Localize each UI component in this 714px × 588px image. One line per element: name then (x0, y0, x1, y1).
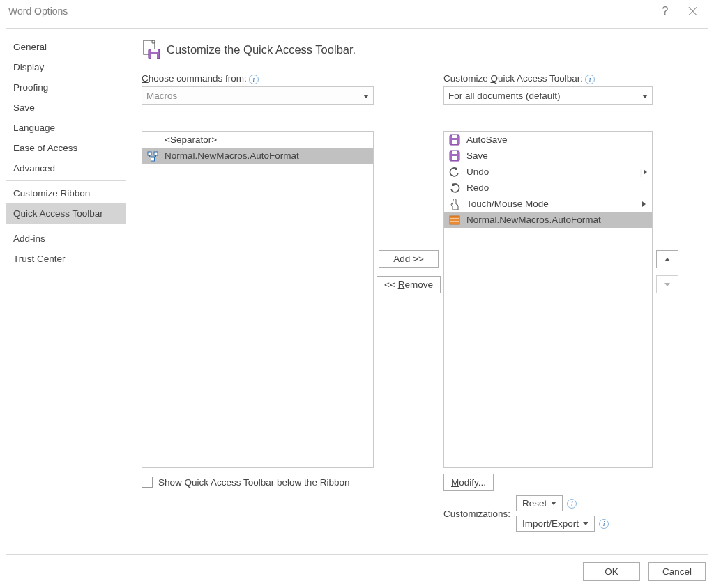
info-icon[interactable]: i (249, 75, 259, 84)
svg-rect-12 (452, 151, 457, 154)
close-button[interactable] (679, 0, 707, 22)
dialog-footer: OK Cancel (583, 562, 706, 581)
ok-button[interactable]: OK (583, 562, 640, 581)
chevron-down-icon (551, 502, 556, 505)
sidebar-item-language[interactable]: Language (6, 118, 126, 138)
list-item[interactable]: Undo| (444, 164, 652, 180)
macro-orange-icon (448, 214, 461, 226)
svg-rect-6 (151, 157, 155, 161)
list-item[interactable]: <Separator> (142, 132, 373, 148)
close-icon (689, 7, 697, 15)
choose-commands-label: Choose commands from:i (142, 73, 374, 84)
list-item[interactable]: AutoSave (444, 132, 652, 148)
choose-commands-value: Macros (146, 91, 177, 101)
info-icon[interactable]: i (567, 499, 577, 509)
sidebar-item-proofing[interactable]: Proofing (6, 77, 126, 98)
svg-rect-13 (450, 216, 459, 224)
chevron-down-icon (363, 90, 369, 100)
customizations-label: Customizations: (443, 509, 510, 519)
sidebar-item-advanced[interactable]: Advanced (6, 158, 126, 178)
list-item-label: Save (466, 150, 648, 161)
undo-icon (448, 166, 461, 178)
sidebar-item-general[interactable]: General (6, 37, 126, 57)
qat-commands-list[interactable]: AutoSaveSaveUndo|RedoTouch/Mouse ModeNor… (443, 131, 653, 468)
qat-header-icon (142, 40, 161, 59)
page-header: Customize the Quick Access Toolbar. (142, 40, 695, 59)
main-pane: Customize the Quick Access Toolbar. Choo… (126, 28, 708, 555)
available-commands-list[interactable]: <Separator>Normal.NewMacros.AutoFormat (142, 131, 374, 468)
save-purple-icon (448, 150, 461, 162)
redo-icon (448, 182, 461, 194)
svg-rect-5 (154, 152, 158, 155)
checkbox-icon (142, 477, 153, 488)
customize-qat-combo[interactable]: For all documents (default) (443, 86, 653, 105)
customize-qat-value: For all documents (default) (448, 91, 561, 101)
modify-button[interactable]: Modify... (443, 474, 494, 491)
list-item-label: Normal.NewMacros.AutoFormat (466, 215, 648, 225)
sidebar-item-display[interactable]: Display (6, 57, 126, 77)
sidebar-item-save[interactable]: Save (6, 98, 126, 118)
split-indicator-icon: | (639, 167, 648, 177)
info-icon[interactable]: i (599, 519, 609, 529)
sidebar-item-trust-center[interactable]: Trust Center (6, 249, 126, 269)
sidebar-item-add-ins[interactable]: Add-ins (6, 229, 126, 249)
list-item-label: Undo (466, 167, 639, 177)
info-icon[interactable]: i (585, 75, 595, 84)
chevron-down-icon (583, 522, 588, 525)
window-title: Word Options (8, 6, 68, 17)
sidebar-item-customize-ribbon[interactable]: Customize Ribbon (6, 183, 126, 203)
move-down-button[interactable] (656, 275, 678, 293)
sidebar-item-ease-of-access[interactable]: Ease of Access (6, 138, 126, 158)
list-item-label: AutoSave (466, 134, 648, 145)
import-export-button[interactable]: Import/Export (516, 516, 595, 532)
list-item-label: Normal.NewMacros.AutoFormat (165, 150, 369, 161)
list-item-label: <Separator> (165, 134, 369, 145)
macro-icon (146, 150, 159, 162)
show-below-ribbon-checkbox[interactable]: Show Quick Access Toolbar below the Ribb… (142, 477, 374, 488)
list-item[interactable]: Normal.NewMacros.AutoFormat (444, 212, 652, 228)
touch-icon (448, 198, 461, 210)
none-icon (146, 134, 159, 146)
chevron-down-icon (642, 90, 648, 100)
submenu-arrow-icon (639, 199, 648, 209)
svg-rect-3 (151, 49, 158, 52)
svg-rect-2 (151, 54, 157, 59)
help-button[interactable]: ? (651, 0, 679, 22)
save-purple-icon (448, 134, 461, 146)
arrow-up-icon (664, 258, 670, 261)
move-up-button[interactable] (656, 250, 678, 268)
remove-button[interactable]: << Remove (377, 276, 441, 293)
show-below-ribbon-label: Show Quick Access Toolbar below the Ribb… (158, 477, 349, 488)
svg-rect-4 (148, 152, 151, 155)
svg-rect-11 (452, 156, 457, 160)
list-item[interactable]: Redo (444, 180, 652, 196)
add-button[interactable]: Add >> (379, 250, 439, 268)
svg-rect-8 (452, 140, 457, 144)
choose-commands-combo[interactable]: Macros (142, 86, 374, 105)
customize-qat-label: Customize Quick Access Toolbar:i (443, 73, 653, 84)
sidebar-item-quick-access-toolbar[interactable]: Quick Access Toolbar (6, 203, 126, 224)
list-item[interactable]: Touch/Mouse Mode (444, 196, 652, 212)
cancel-button[interactable]: Cancel (648, 562, 706, 581)
list-item[interactable]: Save (444, 148, 652, 164)
arrow-down-icon (664, 283, 670, 286)
titlebar: Word Options ? (0, 0, 714, 22)
list-item-label: Touch/Mouse Mode (466, 199, 639, 209)
list-item-label: Redo (466, 183, 648, 193)
svg-rect-9 (452, 135, 457, 138)
categories-sidebar: GeneralDisplayProofingSaveLanguageEase o… (6, 28, 126, 555)
reset-button[interactable]: Reset (516, 495, 563, 511)
page-title: Customize the Quick Access Toolbar. (167, 43, 356, 56)
list-item[interactable]: Normal.NewMacros.AutoFormat (142, 148, 373, 164)
